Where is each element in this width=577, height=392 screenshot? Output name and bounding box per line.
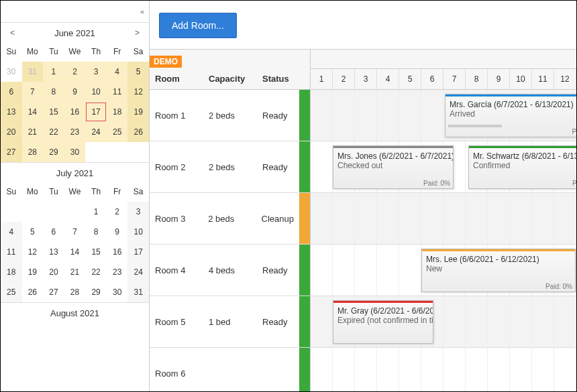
- calendar-day[interactable]: 14: [64, 242, 86, 262]
- timeline-cell[interactable]: [333, 245, 355, 296]
- calendar-day[interactable]: 1: [43, 62, 64, 82]
- timeline-row[interactable]: [311, 193, 576, 245]
- calendar-day[interactable]: 27: [43, 282, 64, 302]
- calendar-day[interactable]: 4: [107, 62, 128, 82]
- timeline-cell[interactable]: [399, 348, 421, 391]
- calendar-day[interactable]: 5: [22, 222, 44, 242]
- timeline-cell[interactable]: [466, 193, 488, 244]
- sidebar-collapse-button[interactable]: «: [1, 1, 149, 22]
- calendar-day[interactable]: 30: [64, 142, 86, 162]
- calendar-day[interactable]: 14: [22, 102, 44, 122]
- timeline-day[interactable]: 10: [510, 69, 532, 89]
- timeline-day[interactable]: 11: [532, 69, 554, 89]
- calendar-day[interactable]: 23: [107, 262, 128, 282]
- room-row[interactable]: Room 44 bedsReady: [150, 245, 310, 296]
- calendar-day[interactable]: 9: [64, 82, 86, 102]
- timeline-day[interactable]: 1: [311, 69, 333, 89]
- timeline-cell[interactable]: [333, 90, 355, 141]
- timeline-cell[interactable]: [355, 90, 377, 141]
- calendar-day[interactable]: 21: [64, 262, 86, 282]
- timeline-cell[interactable]: [510, 296, 532, 347]
- calendar-prev-button[interactable]: <: [6, 27, 19, 39]
- timeline-row[interactable]: [311, 348, 576, 391]
- calendar-day[interactable]: 15: [43, 102, 64, 122]
- timeline-cell[interactable]: [311, 193, 333, 244]
- timeline-cell[interactable]: [399, 193, 421, 244]
- timeline-cell[interactable]: [443, 348, 466, 391]
- calendar-day[interactable]: 11: [107, 82, 128, 102]
- timeline-day[interactable]: 6: [421, 69, 443, 89]
- timeline-cell[interactable]: [532, 348, 554, 391]
- room-row[interactable]: Room 6: [150, 348, 310, 391]
- timeline-cell[interactable]: [311, 348, 333, 391]
- calendar-day[interactable]: 15: [85, 242, 107, 262]
- timeline-cell[interactable]: [333, 348, 355, 391]
- calendar-day[interactable]: 31: [127, 282, 149, 302]
- timeline-day[interactable]: 9: [488, 69, 510, 89]
- calendar-day[interactable]: 28: [22, 142, 44, 162]
- timeline-cell[interactable]: [355, 348, 377, 391]
- timeline-cell[interactable]: [311, 296, 333, 347]
- calendar-day[interactable]: 6: [1, 82, 22, 102]
- timeline-cell[interactable]: [355, 245, 377, 296]
- timeline-cell[interactable]: [377, 90, 399, 141]
- calendar-day[interactable]: 12: [22, 242, 44, 262]
- calendar-day[interactable]: 30: [1, 62, 22, 82]
- calendar-day[interactable]: 2: [107, 202, 128, 222]
- calendar-day[interactable]: 26: [127, 122, 149, 142]
- timeline-cell[interactable]: [421, 193, 443, 244]
- timeline-cell[interactable]: [554, 348, 576, 391]
- timeline-day[interactable]: 12: [554, 69, 576, 89]
- calendar-day[interactable]: 9: [107, 222, 128, 242]
- room-row[interactable]: Room 12 bedsReady: [150, 90, 310, 141]
- calendar-day[interactable]: 25: [107, 122, 128, 142]
- calendar-day[interactable]: 7: [22, 82, 44, 102]
- timeline-body[interactable]: Mrs. García (6/7/2021 - 6/13/2021) Arriv…: [311, 90, 576, 391]
- timeline-cell[interactable]: [377, 193, 399, 244]
- calendar-day[interactable]: 30: [107, 282, 128, 302]
- calendar-day[interactable]: 23: [64, 122, 86, 142]
- timeline-cell[interactable]: [399, 245, 421, 296]
- calendar-day[interactable]: 24: [85, 122, 107, 142]
- calendar-day[interactable]: 18: [107, 102, 128, 122]
- calendar-day[interactable]: 12: [127, 82, 149, 102]
- calendar-day[interactable]: 16: [107, 242, 128, 262]
- calendar-day[interactable]: 24: [127, 262, 149, 282]
- add-room-button[interactable]: Add Room...: [159, 13, 237, 38]
- calendar-day[interactable]: 5: [127, 62, 149, 82]
- booking-event[interactable]: Mr. Schwartz (6/8/2021 - 6/13/2021) Conf…: [468, 145, 576, 189]
- timeline-day[interactable]: 7: [443, 69, 466, 89]
- booking-event[interactable]: Mrs. García (6/7/2021 - 6/13/2021) Arriv…: [445, 94, 576, 137]
- booking-event[interactable]: Mrs. Jones (6/2/2021 - 6/7/2021) Checked…: [333, 145, 454, 189]
- calendar-day[interactable]: 31: [22, 62, 44, 82]
- calendar-day[interactable]: 22: [85, 262, 107, 282]
- room-row[interactable]: Room 22 bedsReady: [150, 141, 310, 193]
- calendar-day[interactable]: 19: [22, 262, 44, 282]
- timeline-cell[interactable]: [554, 193, 576, 244]
- calendar-day[interactable]: 29: [85, 282, 107, 302]
- calendar-day[interactable]: 29: [43, 142, 64, 162]
- timeline-cell[interactable]: [443, 296, 466, 347]
- calendar-day[interactable]: 8: [85, 222, 107, 242]
- calendar-day[interactable]: 7: [64, 222, 86, 242]
- calendar-day[interactable]: 8: [43, 82, 64, 102]
- calendar-day[interactable]: 17: [85, 102, 107, 122]
- room-row[interactable]: Room 32 bedsCleanup: [150, 193, 310, 245]
- calendar-day[interactable]: 3: [85, 62, 107, 82]
- calendar-day[interactable]: 19: [127, 102, 149, 122]
- calendar-day[interactable]: 17: [127, 242, 149, 262]
- calendar-day[interactable]: 22: [43, 122, 64, 142]
- timeline-cell[interactable]: [311, 90, 333, 141]
- booking-event[interactable]: Mr. Gray (6/2/2021 - 6/6/2021) Expired (…: [333, 300, 433, 344]
- timeline-cell[interactable]: [333, 193, 355, 244]
- calendar-day[interactable]: 6: [43, 222, 64, 242]
- timeline-cell[interactable]: [488, 348, 510, 391]
- timeline-cell[interactable]: [443, 193, 466, 244]
- timeline-cell[interactable]: [421, 90, 443, 141]
- timeline-cell[interactable]: [311, 141, 333, 192]
- timeline-cell[interactable]: [355, 193, 377, 244]
- calendar-day[interactable]: 1: [85, 202, 107, 222]
- timeline-day[interactable]: 3: [355, 69, 377, 89]
- calendar-day[interactable]: 13: [1, 102, 22, 122]
- calendar-day[interactable]: 4: [1, 222, 22, 242]
